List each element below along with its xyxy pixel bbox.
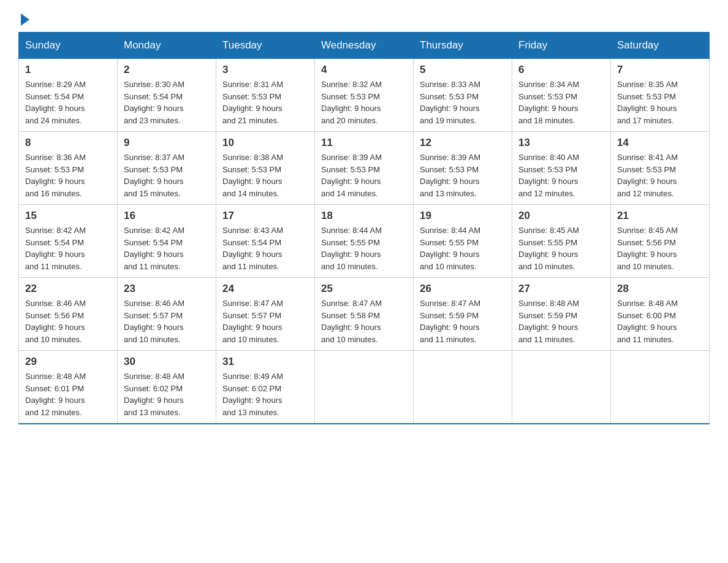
day-info: Sunrise: 8:33 AMSunset: 5:53 PMDaylight:… xyxy=(420,79,506,126)
weekday-header-monday: Monday xyxy=(118,33,216,58)
day-info: Sunrise: 8:48 AMSunset: 6:01 PMDaylight:… xyxy=(25,370,111,418)
day-number: 28 xyxy=(617,283,703,295)
calendar-cell: 23Sunrise: 8:46 AMSunset: 5:57 PMDayligh… xyxy=(118,278,216,351)
day-number: 10 xyxy=(222,137,308,149)
day-info: Sunrise: 8:40 AMSunset: 5:53 PMDaylight:… xyxy=(518,151,604,199)
day-number: 16 xyxy=(124,210,210,222)
day-info: Sunrise: 8:48 AMSunset: 6:02 PMDaylight:… xyxy=(124,370,210,418)
day-number: 30 xyxy=(124,356,210,368)
weekday-header-friday: Friday xyxy=(512,33,611,58)
day-info: Sunrise: 8:48 AMSunset: 6:00 PMDaylight:… xyxy=(617,297,703,345)
day-number: 29 xyxy=(25,356,111,368)
weekday-header-sunday: Sunday xyxy=(19,33,118,58)
day-number: 2 xyxy=(124,64,210,76)
calendar-cell: 8Sunrise: 8:36 AMSunset: 5:53 PMDaylight… xyxy=(19,132,118,205)
calendar-cell: 4Sunrise: 8:32 AMSunset: 5:53 PMDaylight… xyxy=(315,58,414,132)
weekday-header-tuesday: Tuesday xyxy=(216,33,315,58)
day-info: Sunrise: 8:45 AMSunset: 5:56 PMDaylight:… xyxy=(617,224,703,272)
calendar-cell: 13Sunrise: 8:40 AMSunset: 5:53 PMDayligh… xyxy=(512,132,611,205)
day-number: 9 xyxy=(124,137,210,149)
day-info: Sunrise: 8:38 AMSunset: 5:53 PMDaylight:… xyxy=(222,151,308,199)
day-number: 26 xyxy=(420,283,506,295)
calendar-cell: 22Sunrise: 8:46 AMSunset: 5:56 PMDayligh… xyxy=(19,278,118,351)
day-info: Sunrise: 8:41 AMSunset: 5:53 PMDaylight:… xyxy=(617,151,703,199)
day-info: Sunrise: 8:35 AMSunset: 5:53 PMDaylight:… xyxy=(617,79,703,126)
calendar-cell: 21Sunrise: 8:45 AMSunset: 5:56 PMDayligh… xyxy=(611,205,710,278)
day-number: 14 xyxy=(617,137,703,149)
day-number: 8 xyxy=(25,137,111,149)
calendar-cell xyxy=(512,351,611,424)
calendar-cell: 26Sunrise: 8:47 AMSunset: 5:59 PMDayligh… xyxy=(414,278,512,351)
weekday-header-wednesday: Wednesday xyxy=(315,33,414,58)
calendar-cell: 10Sunrise: 8:38 AMSunset: 5:53 PMDayligh… xyxy=(216,132,315,205)
calendar-week-row: 1Sunrise: 8:29 AMSunset: 5:54 PMDaylight… xyxy=(19,58,710,132)
day-info: Sunrise: 8:46 AMSunset: 5:56 PMDaylight:… xyxy=(25,297,111,345)
day-info: Sunrise: 8:37 AMSunset: 5:53 PMDaylight:… xyxy=(124,151,210,199)
day-number: 27 xyxy=(518,283,604,295)
calendar-cell: 30Sunrise: 8:48 AMSunset: 6:02 PMDayligh… xyxy=(118,351,216,424)
calendar-cell: 6Sunrise: 8:34 AMSunset: 5:53 PMDaylight… xyxy=(512,58,611,132)
calendar-cell: 2Sunrise: 8:30 AMSunset: 5:54 PMDaylight… xyxy=(118,58,216,132)
calendar-week-row: 29Sunrise: 8:48 AMSunset: 6:01 PMDayligh… xyxy=(19,351,710,424)
day-number: 6 xyxy=(518,64,604,76)
day-number: 12 xyxy=(420,137,506,149)
day-number: 13 xyxy=(518,137,604,149)
day-number: 5 xyxy=(420,64,506,76)
day-info: Sunrise: 8:31 AMSunset: 5:53 PMDaylight:… xyxy=(222,79,308,126)
day-info: Sunrise: 8:39 AMSunset: 5:53 PMDaylight:… xyxy=(420,151,506,199)
calendar-week-row: 8Sunrise: 8:36 AMSunset: 5:53 PMDaylight… xyxy=(19,132,710,205)
day-info: Sunrise: 8:42 AMSunset: 5:54 PMDaylight:… xyxy=(25,224,111,272)
day-number: 7 xyxy=(617,64,703,76)
logo xyxy=(18,12,29,26)
calendar-cell: 12Sunrise: 8:39 AMSunset: 5:53 PMDayligh… xyxy=(414,132,512,205)
calendar-cell xyxy=(611,351,710,424)
day-info: Sunrise: 8:47 AMSunset: 5:59 PMDaylight:… xyxy=(420,297,506,345)
calendar-cell: 15Sunrise: 8:42 AMSunset: 5:54 PMDayligh… xyxy=(19,205,118,278)
calendar-week-row: 15Sunrise: 8:42 AMSunset: 5:54 PMDayligh… xyxy=(19,205,710,278)
day-number: 18 xyxy=(321,210,407,222)
day-number: 1 xyxy=(25,64,111,76)
day-info: Sunrise: 8:34 AMSunset: 5:53 PMDaylight:… xyxy=(518,79,604,126)
weekday-header-thursday: Thursday xyxy=(414,33,512,58)
day-info: Sunrise: 8:44 AMSunset: 5:55 PMDaylight:… xyxy=(420,224,506,272)
calendar-cell: 3Sunrise: 8:31 AMSunset: 5:53 PMDaylight… xyxy=(216,58,315,132)
day-number: 23 xyxy=(124,283,210,295)
day-number: 4 xyxy=(321,64,407,76)
day-number: 3 xyxy=(222,64,308,76)
day-number: 11 xyxy=(321,137,407,149)
calendar-cell: 11Sunrise: 8:39 AMSunset: 5:53 PMDayligh… xyxy=(315,132,414,205)
day-number: 25 xyxy=(321,283,407,295)
calendar-cell: 20Sunrise: 8:45 AMSunset: 5:55 PMDayligh… xyxy=(512,205,611,278)
day-info: Sunrise: 8:36 AMSunset: 5:53 PMDaylight:… xyxy=(25,151,111,199)
day-info: Sunrise: 8:47 AMSunset: 5:58 PMDaylight:… xyxy=(321,297,407,345)
day-info: Sunrise: 8:46 AMSunset: 5:57 PMDaylight:… xyxy=(124,297,210,345)
day-info: Sunrise: 8:45 AMSunset: 5:55 PMDaylight:… xyxy=(518,224,604,272)
calendar-cell: 19Sunrise: 8:44 AMSunset: 5:55 PMDayligh… xyxy=(414,205,512,278)
calendar-cell: 24Sunrise: 8:47 AMSunset: 5:57 PMDayligh… xyxy=(216,278,315,351)
day-info: Sunrise: 8:29 AMSunset: 5:54 PMDaylight:… xyxy=(25,79,111,126)
page-header xyxy=(18,12,710,26)
calendar-cell: 29Sunrise: 8:48 AMSunset: 6:01 PMDayligh… xyxy=(19,351,118,424)
calendar-cell: 18Sunrise: 8:44 AMSunset: 5:55 PMDayligh… xyxy=(315,205,414,278)
calendar-cell xyxy=(315,351,414,424)
calendar-cell: 28Sunrise: 8:48 AMSunset: 6:00 PMDayligh… xyxy=(611,278,710,351)
calendar-cell: 27Sunrise: 8:48 AMSunset: 5:59 PMDayligh… xyxy=(512,278,611,351)
calendar-table: SundayMondayTuesdayWednesdayThursdayFrid… xyxy=(18,32,710,424)
calendar-cell: 1Sunrise: 8:29 AMSunset: 5:54 PMDaylight… xyxy=(19,58,118,132)
day-info: Sunrise: 8:39 AMSunset: 5:53 PMDaylight:… xyxy=(321,151,407,199)
day-number: 15 xyxy=(25,210,111,222)
calendar-cell: 14Sunrise: 8:41 AMSunset: 5:53 PMDayligh… xyxy=(611,132,710,205)
day-info: Sunrise: 8:30 AMSunset: 5:54 PMDaylight:… xyxy=(124,79,210,126)
calendar-cell xyxy=(414,351,512,424)
calendar-cell: 31Sunrise: 8:49 AMSunset: 6:02 PMDayligh… xyxy=(216,351,315,424)
day-info: Sunrise: 8:47 AMSunset: 5:57 PMDaylight:… xyxy=(222,297,308,345)
calendar-header-row: SundayMondayTuesdayWednesdayThursdayFrid… xyxy=(19,33,710,58)
day-number: 24 xyxy=(222,283,308,295)
day-info: Sunrise: 8:42 AMSunset: 5:54 PMDaylight:… xyxy=(124,224,210,272)
day-info: Sunrise: 8:32 AMSunset: 5:53 PMDaylight:… xyxy=(321,79,407,126)
day-info: Sunrise: 8:48 AMSunset: 5:59 PMDaylight:… xyxy=(518,297,604,345)
day-number: 21 xyxy=(617,210,703,222)
day-number: 19 xyxy=(420,210,506,222)
calendar-cell: 25Sunrise: 8:47 AMSunset: 5:58 PMDayligh… xyxy=(315,278,414,351)
calendar-cell: 16Sunrise: 8:42 AMSunset: 5:54 PMDayligh… xyxy=(118,205,216,278)
